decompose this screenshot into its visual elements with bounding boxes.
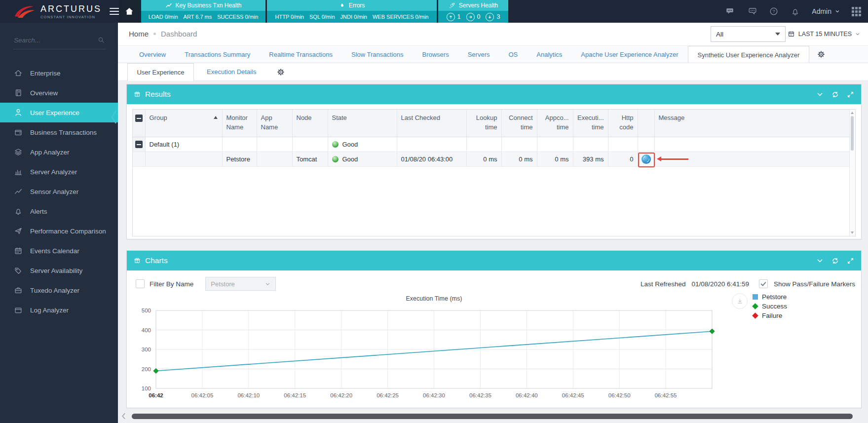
- sidebar-item-label: Events Calendar: [30, 247, 79, 255]
- scroll-up-icon[interactable]: [851, 112, 854, 114]
- collapse-group-icon[interactable]: [135, 141, 143, 148]
- col-header-app-name[interactable]: App Name: [257, 110, 292, 137]
- table-row[interactable]: PetstoreTomcatGood01/08/20 06:43:000 ms0…: [133, 152, 852, 166]
- results-table-container: GroupMonitor NameApp NameNodeStateLast C…: [132, 109, 856, 236]
- tab-slow-transactions[interactable]: Slow Transactions: [342, 46, 413, 63]
- table-cell: [257, 137, 292, 152]
- refresh-panel-icon[interactable]: [831, 91, 839, 98]
- refresh-panel-icon[interactable]: [831, 257, 839, 265]
- topbar-widgets: Key Business Txn Health LOAD 0/minART 6.…: [119, 0, 508, 23]
- rocket-icon: [449, 2, 455, 9]
- txn-health-widget[interactable]: Key Business Txn Health LOAD 0/minART 6.…: [141, 0, 265, 23]
- col-header[interactable]: [133, 110, 145, 137]
- subtab-user-experience[interactable]: User Experience: [127, 63, 194, 81]
- table-cell: 0 ms: [466, 152, 501, 166]
- subtab-execution-details[interactable]: Execution Details: [194, 63, 269, 80]
- errors-widget[interactable]: Errors HTTP 0/minSQL 0/minJNDI 0/minWEB …: [267, 0, 437, 23]
- sidebar-item-alerts[interactable]: Alerts: [0, 201, 118, 221]
- table-cell: [608, 137, 638, 152]
- sidebar-item-enterprise[interactable]: Enterprise: [0, 63, 118, 83]
- home-button[interactable]: [119, 0, 140, 23]
- col-header-label: App Name: [261, 114, 278, 131]
- expand-panel-icon[interactable]: [847, 257, 854, 265]
- help-icon[interactable]: ?: [769, 6, 779, 16]
- tab-servers[interactable]: Servers: [458, 46, 499, 63]
- col-header[interactable]: [638, 110, 654, 137]
- tab-browsers[interactable]: Browsers: [413, 46, 458, 63]
- sidebar-item-sensor-analyzer[interactable]: Sensor Analyzer: [0, 182, 118, 201]
- tab-analytics[interactable]: Analytics: [527, 46, 571, 63]
- hscroll-left-arrow[interactable]: [120, 412, 127, 420]
- sidebar-item-server-availability[interactable]: Server Availability: [0, 261, 118, 280]
- col-header-group[interactable]: Group: [145, 110, 222, 137]
- sidebar-item-overview[interactable]: Overview: [0, 83, 118, 103]
- sidebar-collapse-handle[interactable]: [110, 110, 117, 124]
- errors-stat: SQL 0/min: [309, 14, 335, 20]
- subtabs-settings-gear-icon[interactable]: [269, 63, 293, 80]
- col-header-message[interactable]: Message: [654, 110, 852, 137]
- collapse-panel-icon[interactable]: [816, 257, 824, 265]
- sidebar-item-app-analyzer[interactable]: App Analyzer: [0, 142, 118, 162]
- filter-by-name-checkbox[interactable]: [136, 279, 145, 288]
- apps-grid-icon[interactable]: [852, 7, 861, 16]
- sidebar-item-server-analyzer[interactable]: Server Analyzer: [0, 162, 118, 182]
- chat-filled-icon[interactable]: [725, 6, 735, 16]
- table-cell: [654, 137, 852, 152]
- col-header-http-code[interactable]: Http code: [608, 110, 638, 137]
- col-header-lookup-time[interactable]: Lookup time: [466, 110, 501, 137]
- sidebar-item-user-experience[interactable]: User Experience: [0, 103, 118, 122]
- tab-os[interactable]: OS: [499, 46, 527, 63]
- sidebar-item-performance-comparison[interactable]: Performance Comparison: [0, 221, 118, 241]
- results-vertical-scrollbar[interactable]: [849, 110, 855, 236]
- monitor-select[interactable]: Petstore: [205, 277, 276, 291]
- col-header-last-checked[interactable]: Last Checked: [397, 110, 466, 137]
- col-header-connect-time[interactable]: Connect time: [501, 110, 537, 137]
- sidebar-item-log-analyzer[interactable]: Log Analyzer: [0, 300, 118, 320]
- collapse-all-icon[interactable]: [135, 115, 143, 122]
- tab-synthetic-user-experience-analyzer[interactable]: Synthetic User Experience Analyzer: [688, 46, 810, 63]
- bell-icon: [14, 207, 23, 216]
- col-header-state[interactable]: State: [328, 110, 397, 137]
- tab-transactions-summary[interactable]: Transactions Summary: [175, 46, 260, 63]
- scroll-thumb[interactable]: [851, 116, 854, 151]
- tabs-settings-gear-icon[interactable]: [809, 46, 833, 63]
- notifications-bell-icon[interactable]: [791, 7, 800, 16]
- tab-apache-user-experience-analyzer[interactable]: Apache User Experience Analyzer: [571, 46, 687, 63]
- servers-health-widget[interactable]: Servers Health 1 0 3: [438, 0, 508, 23]
- search-input[interactable]: [13, 36, 89, 44]
- col-header-label: Group: [150, 114, 167, 121]
- table-cell: [573, 137, 608, 152]
- col-header-node[interactable]: Node: [292, 110, 328, 137]
- horizontal-scrollbar[interactable]: [132, 414, 853, 419]
- time-range-select[interactable]: LAST 15 MINUTES: [788, 30, 860, 38]
- user-menu[interactable]: Admin: [812, 7, 840, 15]
- col-header-executi-time[interactable]: Executi... time: [573, 110, 608, 137]
- expand-panel-icon[interactable]: [847, 91, 854, 98]
- breadcrumb-home-link[interactable]: Home: [129, 30, 149, 38]
- table-cell: [222, 137, 257, 152]
- scroll-down-icon[interactable]: [851, 231, 854, 234]
- table-row[interactable]: Default (1)Good: [133, 137, 852, 152]
- col-header-appco-time[interactable]: Appco... time: [537, 110, 573, 137]
- sidebar-item-events-calendar[interactable]: Events Calendar: [0, 241, 118, 261]
- state-good-icon: [332, 156, 339, 162]
- tab-overview[interactable]: Overview: [130, 46, 175, 63]
- col-header-label: Connect time: [509, 114, 532, 131]
- sidebar-item-tuxedo-analyzer[interactable]: Tuxedo Analyzer: [0, 280, 118, 300]
- tab-realtime-transactions[interactable]: Realtime Transactions: [260, 46, 342, 63]
- screenshot-icon[interactable]: [642, 154, 651, 164]
- paper-plane-icon: [14, 227, 23, 235]
- show-markers-checkbox[interactable]: [759, 279, 768, 288]
- collapse-panel-icon[interactable]: [816, 91, 824, 98]
- chat-outline-icon[interactable]: [747, 6, 757, 16]
- col-header-monitor-name[interactable]: Monitor Name: [222, 110, 257, 137]
- layers-icon: [14, 148, 23, 156]
- x-tick-label: 06:42:35: [469, 392, 491, 398]
- scope-select[interactable]: All: [711, 26, 786, 42]
- caret-down-icon: [775, 33, 780, 36]
- x-tick-label: 06:42:45: [562, 392, 584, 398]
- chevron-down-icon: [855, 32, 860, 37]
- app-logo[interactable]: ARCTURUS CONSTANT INNOVATION: [0, 3, 102, 19]
- table-cell: [257, 152, 292, 166]
- sidebar-item-business-transactions[interactable]: Business Transactions: [0, 122, 118, 142]
